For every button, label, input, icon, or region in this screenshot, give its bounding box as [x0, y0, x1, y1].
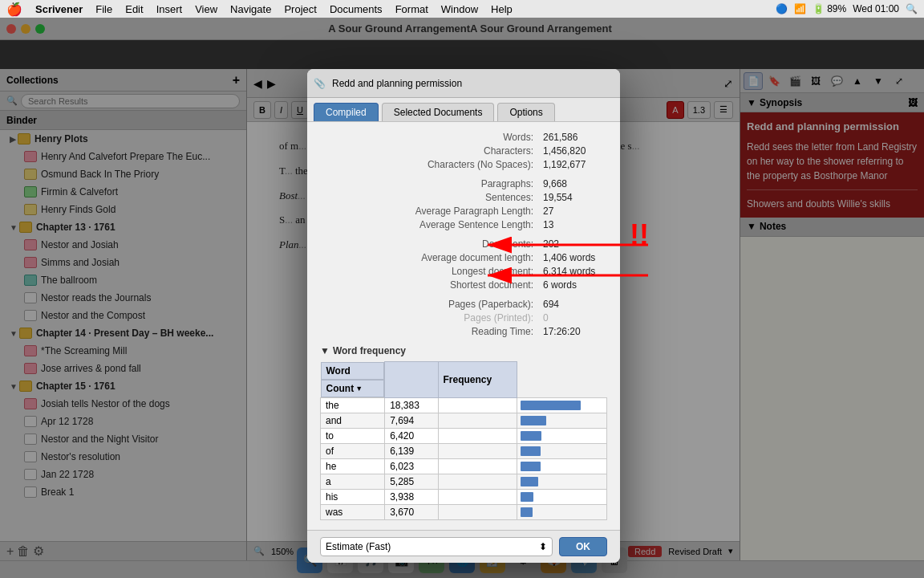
estimate-dropdown[interactable]: Estimate (Fast) ⬍ — [320, 537, 553, 556]
freq-bar — [521, 477, 538, 486]
freq-bar — [521, 416, 546, 425]
table-row: to 6,420 — [321, 428, 607, 443]
freq-bar — [521, 462, 541, 471]
menu-project[interactable]: Project — [284, 3, 316, 15]
sort-cell — [438, 443, 517, 458]
word-cell: a — [321, 474, 385, 489]
freq-bar — [521, 492, 533, 502]
stat-avg-doc-label: Average document length: — [320, 252, 543, 263]
word-freq-label: Word frequency — [333, 345, 406, 356]
freq-bar — [521, 446, 541, 456]
count-cell: 7,694 — [385, 413, 438, 428]
stat-avg-sent-value: 13 — [543, 219, 607, 230]
menu-help[interactable]: Help — [491, 3, 513, 15]
menu-documents[interactable]: Documents — [330, 3, 383, 15]
stat-chars-nospace: Characters (No Spaces): 1,192,677 — [320, 159, 607, 170]
sort-cell — [438, 428, 517, 443]
modal-body: Words: 261,586 Characters: 1,456,820 Cha… — [307, 122, 620, 530]
col-count[interactable]: Count ▼ — [321, 380, 385, 397]
word-cell: his — [321, 489, 385, 504]
stat-chars-value: 1,456,820 — [543, 145, 607, 157]
stat-avg-doc: Average document length: 1,406 words — [320, 252, 607, 263]
stat-rt-value: 17:26:20 — [543, 326, 607, 337]
apple-menu[interactable]: 🍎 — [6, 2, 22, 17]
stat-longest-value: 6,314 words — [543, 266, 607, 277]
stat-avg-para-value: 27 — [543, 206, 607, 217]
menu-format[interactable]: Format — [395, 3, 428, 15]
stat-ppr-value: 0 — [543, 312, 607, 324]
stat-chars-ns-label: Characters (No Spaces): — [320, 159, 543, 170]
modal-doc-icon: 📎 — [314, 78, 326, 89]
col-frequency: Frequency — [438, 362, 517, 398]
triangle-icon: ▼ — [320, 345, 330, 356]
menu-edit[interactable]: Edit — [125, 3, 143, 15]
word-cell: to — [321, 428, 385, 443]
table-row: was 3,670 — [321, 504, 607, 519]
stat-shortest-label: Shortest document: — [320, 279, 543, 291]
menubar: 🍎 Scrivener File Edit Insert View Naviga… — [0, 0, 924, 18]
tab-selected-docs[interactable]: Selected Documents — [382, 103, 495, 121]
stat-words-value: 261,586 — [543, 132, 607, 143]
menu-navigate[interactable]: Navigate — [230, 3, 271, 15]
table-row: he 6,023 — [321, 458, 607, 474]
count-cell: 3,938 — [385, 489, 438, 504]
menubar-battery: 🔋 89% — [813, 3, 846, 14]
freq-bar-cell — [517, 443, 606, 458]
menubar-wifi: 📶 — [794, 3, 806, 14]
dropdown-arrow-icon: ⬍ — [539, 541, 547, 552]
word-freq-toggle[interactable]: ▼ Word frequency — [320, 345, 607, 356]
stat-docs-label: Documents: — [320, 238, 543, 250]
page-stats-group: Pages (Paperback): 694 Pages (Printed): … — [320, 299, 607, 337]
stat-para-label: Paragraphs: — [320, 178, 543, 189]
table-row: a 5,285 — [321, 474, 607, 489]
para-stats-group: Paragraphs: 9,668 Sentences: 19,554 Aver… — [320, 178, 607, 230]
menubar-bluetooth: 🔵 — [776, 3, 788, 14]
word-freq-table: Word Count ▼ Frequency the 18,383 and 7,… — [320, 361, 607, 520]
estimate-label: Estimate (Fast) — [326, 541, 391, 552]
freq-bar — [521, 507, 533, 517]
menu-file[interactable]: File — [95, 3, 112, 15]
freq-bar-cell — [517, 489, 606, 504]
stat-ppb-value: 694 — [543, 299, 607, 310]
ok-button[interactable]: OK — [559, 537, 607, 556]
col-sort-btn — [385, 362, 438, 398]
freq-bar — [521, 431, 541, 441]
stat-para-value: 9,668 — [543, 178, 607, 189]
stat-ppb-label: Pages (Paperback): — [320, 299, 543, 310]
modal-footer: Estimate (Fast) ⬍ OK — [307, 530, 620, 563]
modal-tabs: Compiled Selected Documents Options — [307, 98, 620, 122]
modal-overlay: 📎 Redd and planning permission Compiled … — [0, 0, 924, 578]
menu-insert[interactable]: Insert — [156, 3, 183, 15]
table-row: of 6,139 — [321, 443, 607, 458]
stat-sentences: Sentences: 19,554 — [320, 192, 607, 203]
sort-cell — [438, 458, 517, 474]
tab-compiled[interactable]: Compiled — [314, 103, 379, 121]
stat-documents: Documents: 202 — [320, 238, 607, 250]
stat-pages-paperback: Pages (Paperback): 694 — [320, 299, 607, 310]
stat-avg-sent: Average Sentence Length: 13 — [320, 219, 607, 230]
stat-sent-label: Sentences: — [320, 192, 543, 203]
menubar-search[interactable]: 🔍 — [906, 3, 918, 14]
doc-stats-group: Documents: 202 Average document length: … — [320, 238, 607, 291]
project-statistics-modal: 📎 Redd and planning permission Compiled … — [307, 69, 620, 563]
count-cell: 3,670 — [385, 504, 438, 519]
modal-title: Redd and planning permission — [332, 78, 462, 89]
table-row: the 18,383 — [321, 397, 607, 413]
stat-reading-time: Reading Time: 17:26:20 — [320, 326, 607, 337]
stat-longest: Longest document: 6,314 words — [320, 266, 607, 277]
word-cell: he — [321, 458, 385, 474]
menu-window[interactable]: Window — [441, 3, 478, 15]
stat-avg-para: Average Paragraph Length: 27 — [320, 206, 607, 217]
tab-options[interactable]: Options — [497, 103, 554, 121]
stat-chars-label: Characters: — [320, 145, 543, 157]
word-cell: the — [321, 397, 385, 413]
menu-view[interactable]: View — [195, 3, 217, 15]
col-word[interactable]: Word — [321, 362, 385, 380]
app-menu-scrivener[interactable]: Scrivener — [35, 3, 83, 15]
sort-arrow: ▼ — [355, 385, 363, 393]
menubar-clock: Wed 01:00 — [853, 3, 899, 14]
count-cell: 6,139 — [385, 443, 438, 458]
count-cell: 6,420 — [385, 428, 438, 443]
word-cell: was — [321, 504, 385, 519]
freq-bar-cell — [517, 474, 606, 489]
